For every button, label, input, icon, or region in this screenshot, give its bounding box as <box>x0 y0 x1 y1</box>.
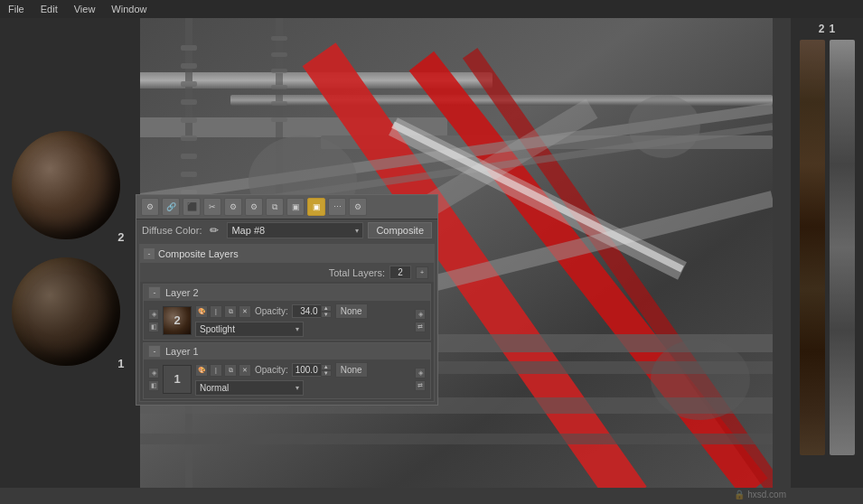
toolbar-icon-copy[interactable]: ⧉ <box>266 198 284 216</box>
toolbar-icon-3[interactable]: ⬛ <box>183 198 201 216</box>
layer-2-body: ◈ ◧ 2 🎨 | ⧉ ✕ Opacit <box>144 301 430 340</box>
total-layers-value[interactable]: 2 <box>389 266 411 279</box>
toolbar-icon-5[interactable]: ⚙ <box>245 198 263 216</box>
layer-1-lock-icon[interactable]: ◧ <box>148 380 159 391</box>
composite-layers-header: - Composite Layers <box>140 245 434 263</box>
toolbar-icon-4[interactable]: ⚙ <box>224 198 242 216</box>
layer-1-right-icon-2[interactable]: ⇄ <box>415 380 426 391</box>
layer-2-copy-icon[interactable]: ⧉ <box>224 305 237 318</box>
layer-2-ctrl-row-2: Spotlight ▾ <box>195 322 411 337</box>
layer-1-opacity-down[interactable]: ▼ <box>321 370 332 377</box>
layer-2-right-icon-2[interactable]: ⇄ <box>415 322 426 332</box>
texture-strip-rust[interactable] <box>800 40 825 455</box>
layer-2-opacity-spinner[interactable]: ▲ ▼ <box>321 305 332 318</box>
layer-2-color-icon[interactable]: 🎨 <box>195 305 208 318</box>
layer-2-none-button[interactable]: None <box>335 303 368 319</box>
toolbar-icon-1[interactable]: ⚙ <box>141 198 159 216</box>
toolbar-icon-more1[interactable]: ⋯ <box>328 198 346 216</box>
layer-2-mode-dropdown[interactable]: Spotlight ▾ <box>195 322 304 337</box>
toolbar-icon-more2[interactable]: ⚙ <box>349 198 367 216</box>
layer-2-ctrl-icons: 🎨 | ⧉ ✕ <box>195 305 251 318</box>
layer-2-lock-icon[interactable]: ◧ <box>148 322 159 332</box>
eyedropper-button[interactable]: ✏ <box>206 222 222 238</box>
sphere-1-label: 1 <box>117 357 124 370</box>
right-panel: 2 1 <box>791 18 863 488</box>
left-panel: 2 1 <box>0 18 140 488</box>
layer-1-none-button[interactable]: None <box>335 362 368 378</box>
menu-view[interactable]: View <box>70 4 99 14</box>
layer-1-copy-icon[interactable]: ⧉ <box>224 364 237 377</box>
layer-1-opacity-wrap: 100.0 ▲ ▼ <box>292 363 332 377</box>
layer-1-icons-left: ◈ ◧ <box>148 368 159 391</box>
texture-strip-gray[interactable] <box>830 40 855 455</box>
layer-1-opacity-label: Opacity: <box>255 365 288 375</box>
layer-1-right-icon-1[interactable]: ◈ <box>415 368 426 378</box>
diffuse-label: Diffuse Color: <box>142 225 202 236</box>
layer-2-thumb-num: 2 <box>174 313 180 327</box>
map-dropdown[interactable]: Map #8 ▾ <box>227 222 363 238</box>
layer-1-opacity-value[interactable]: 100.0 <box>292 363 321 377</box>
sphere-1[interactable] <box>12 257 120 366</box>
menu-window[interactable]: Window <box>108 4 150 14</box>
layer-2-opacity-up[interactable]: ▲ <box>321 305 332 312</box>
svg-rect-12 <box>181 99 197 105</box>
svg-point-36 <box>651 339 750 420</box>
layer-1-collapse[interactable]: - <box>148 345 161 358</box>
layer-2-right-icon-1[interactable]: ◈ <box>415 309 426 320</box>
layer-1-vis-icon[interactable]: ◈ <box>148 368 159 378</box>
layer-2-title: Layer 2 <box>165 287 199 298</box>
layer-1-opacity-up[interactable]: ▲ <box>321 364 332 370</box>
sphere-2[interactable] <box>12 131 120 239</box>
layer-2-controls: 🎨 | ⧉ ✕ Opacity: 34.0 ▲ ▼ <box>195 303 411 337</box>
composite-layers-panel: - Composite Layers Total Layers: 2 + - L… <box>139 244 435 402</box>
svg-rect-23 <box>271 85 287 89</box>
right-label-2: 2 <box>819 23 825 35</box>
toolbar-icon-scissors[interactable]: ✂ <box>203 198 221 216</box>
layer-2-collapse[interactable]: - <box>148 286 161 299</box>
layer-2-vis-icon[interactable]: ◈ <box>148 309 159 320</box>
strip-container <box>800 40 855 455</box>
layer-1-body: ◈ ◧ 1 🎨 | ⧉ ✕ Opacit <box>144 359 430 398</box>
composite-layers-title: Composite Layers <box>158 248 239 259</box>
layer-1-mode-dropdown[interactable]: Normal ▾ <box>195 380 304 396</box>
right-panel-labels: 2 1 <box>819 23 835 35</box>
panel-toolbar: ⚙ 🔗 ⬛ ✂ ⚙ ⚙ ⧉ ▣ ▣ ⋯ ⚙ <box>136 195 437 219</box>
layer-2-mode-arrow: ▾ <box>295 325 299 333</box>
layer-1-section: - Layer 1 ◈ ◧ 1 🎨 | <box>143 342 431 399</box>
svg-rect-20 <box>271 36 287 41</box>
map-value: Map #8 <box>231 225 265 236</box>
toolbar-icon-crop[interactable]: ▣ <box>286 198 305 216</box>
layer-1-title: Layer 1 <box>165 346 199 357</box>
right-label-1: 1 <box>830 23 836 35</box>
toolbar-icon-active[interactable]: ▣ <box>307 198 325 216</box>
toolbar-icon-2[interactable]: 🔗 <box>162 198 180 216</box>
menu-file[interactable]: File <box>5 4 28 14</box>
svg-rect-10 <box>181 63 197 69</box>
layer-2-del-icon[interactable]: ✕ <box>239 305 251 318</box>
layer-2-mode-value: Spotlight <box>200 324 235 334</box>
composite-button[interactable]: Composite <box>368 222 432 238</box>
total-layers-add-icon[interactable]: + <box>416 266 428 279</box>
layer-2-thumbnail[interactable]: 2 <box>163 306 192 335</box>
svg-rect-24 <box>271 101 287 106</box>
layer-2-opacity-value[interactable]: 34.0 <box>292 304 321 318</box>
menu-edit[interactable]: Edit <box>37 4 61 14</box>
layer-1-sep-icon[interactable]: | <box>210 364 222 377</box>
layer-1-del-icon[interactable]: ✕ <box>239 364 251 377</box>
layer-2-icons-left: ◈ ◧ <box>148 309 159 332</box>
layer-1-ctrl-icons: 🎨 | ⧉ ✕ <box>195 364 251 377</box>
svg-rect-14 <box>181 135 197 141</box>
svg-rect-15 <box>181 154 197 159</box>
map-dropdown-arrow: ▾ <box>355 227 359 235</box>
layer-2-opacity-down[interactable]: ▼ <box>321 312 332 318</box>
watermark: 🔒 hxsd.com <box>734 490 786 499</box>
total-layers-label: Total Layers: <box>329 267 385 278</box>
layer-1-opacity-spinner[interactable]: ▲ ▼ <box>321 364 332 377</box>
layer-1-color-icon[interactable]: 🎨 <box>195 364 208 377</box>
layer-2-sep-icon[interactable]: | <box>210 305 222 318</box>
layer-1-thumbnail[interactable]: 1 <box>163 365 192 394</box>
svg-rect-25 <box>271 117 287 122</box>
composite-collapse-btn[interactable]: - <box>143 247 155 260</box>
svg-rect-33 <box>140 434 773 444</box>
sphere-2-label: 2 <box>117 230 124 244</box>
